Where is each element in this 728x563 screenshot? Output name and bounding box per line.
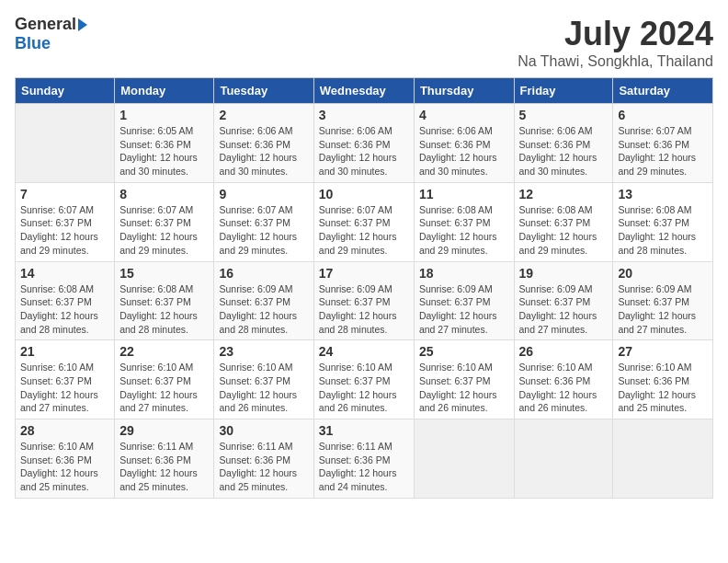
calendar-cell: 1Sunrise: 6:05 AM Sunset: 6:36 PM Daylig… xyxy=(115,104,214,183)
day-number: 18 xyxy=(419,266,509,281)
day-detail: Sunrise: 6:05 AM Sunset: 6:36 PM Dayligh… xyxy=(119,124,209,178)
day-detail: Sunrise: 6:06 AM Sunset: 6:36 PM Dayligh… xyxy=(219,124,308,178)
calendar-cell: 30Sunrise: 6:11 AM Sunset: 6:36 PM Dayli… xyxy=(214,419,313,499)
day-detail: Sunrise: 6:10 AM Sunset: 6:36 PM Dayligh… xyxy=(519,361,609,415)
calendar-cell: 9Sunrise: 6:07 AM Sunset: 6:37 PM Daylig… xyxy=(214,182,313,261)
calendar-cell: 5Sunrise: 6:06 AM Sunset: 6:36 PM Daylig… xyxy=(514,104,613,183)
logo-blue-text: Blue xyxy=(15,34,51,53)
calendar-cell: 10Sunrise: 6:07 AM Sunset: 6:37 PM Dayli… xyxy=(313,182,414,261)
weekday-header-sunday: Sunday xyxy=(16,78,115,104)
calendar-cell: 23Sunrise: 6:10 AM Sunset: 6:37 PM Dayli… xyxy=(214,340,313,419)
calendar-cell: 17Sunrise: 6:09 AM Sunset: 6:37 PM Dayli… xyxy=(313,261,414,340)
title-area: July 2024 Na Thawi, Songkhla, Thailand xyxy=(518,15,713,70)
calendar-cell: 7Sunrise: 6:07 AM Sunset: 6:37 PM Daylig… xyxy=(16,182,115,261)
logo-triangle-icon xyxy=(78,18,87,31)
calendar-body: 1Sunrise: 6:05 AM Sunset: 6:36 PM Daylig… xyxy=(16,104,713,499)
calendar-cell: 8Sunrise: 6:07 AM Sunset: 6:37 PM Daylig… xyxy=(115,182,214,261)
calendar-cell xyxy=(414,419,514,499)
calendar-cell: 18Sunrise: 6:09 AM Sunset: 6:37 PM Dayli… xyxy=(414,261,514,340)
header: General Blue July 2024 Na Thawi, Songkhl… xyxy=(15,15,713,70)
day-detail: Sunrise: 6:09 AM Sunset: 6:37 PM Dayligh… xyxy=(419,282,509,337)
day-number: 20 xyxy=(618,266,708,281)
day-number: 8 xyxy=(119,187,209,201)
day-number: 2 xyxy=(219,108,308,122)
day-detail: Sunrise: 6:11 AM Sunset: 6:36 PM Dayligh… xyxy=(119,440,209,494)
day-number: 7 xyxy=(20,187,109,201)
calendar-cell xyxy=(613,419,713,499)
day-number: 29 xyxy=(119,423,209,438)
day-number: 6 xyxy=(618,108,708,122)
day-detail: Sunrise: 6:10 AM Sunset: 6:36 PM Dayligh… xyxy=(618,361,708,415)
calendar-cell: 6Sunrise: 6:07 AM Sunset: 6:36 PM Daylig… xyxy=(613,104,713,183)
day-detail: Sunrise: 6:06 AM Sunset: 6:36 PM Dayligh… xyxy=(319,124,409,178)
calendar-cell: 22Sunrise: 6:10 AM Sunset: 6:37 PM Dayli… xyxy=(115,340,214,419)
weekday-header-wednesday: Wednesday xyxy=(313,78,414,104)
calendar-cell: 25Sunrise: 6:10 AM Sunset: 6:37 PM Dayli… xyxy=(414,340,514,419)
day-detail: Sunrise: 6:07 AM Sunset: 6:37 PM Dayligh… xyxy=(119,203,209,258)
calendar-cell: 31Sunrise: 6:11 AM Sunset: 6:36 PM Dayli… xyxy=(313,419,414,499)
weekday-header-saturday: Saturday xyxy=(613,78,713,104)
calendar-title: July 2024 xyxy=(518,15,713,53)
calendar-week-4: 21Sunrise: 6:10 AM Sunset: 6:37 PM Dayli… xyxy=(16,340,713,419)
day-detail: Sunrise: 6:06 AM Sunset: 6:36 PM Dayligh… xyxy=(519,124,609,178)
day-number: 5 xyxy=(519,108,609,122)
weekday-header-row: SundayMondayTuesdayWednesdayThursdayFrid… xyxy=(16,78,713,104)
day-number: 31 xyxy=(319,423,409,438)
calendar-week-5: 28Sunrise: 6:10 AM Sunset: 6:36 PM Dayli… xyxy=(16,419,713,499)
day-detail: Sunrise: 6:09 AM Sunset: 6:37 PM Dayligh… xyxy=(219,282,308,337)
calendar-cell: 19Sunrise: 6:09 AM Sunset: 6:37 PM Dayli… xyxy=(514,261,613,340)
day-detail: Sunrise: 6:07 AM Sunset: 6:37 PM Dayligh… xyxy=(20,203,109,258)
calendar-cell: 13Sunrise: 6:08 AM Sunset: 6:37 PM Dayli… xyxy=(613,182,713,261)
day-number: 10 xyxy=(319,187,409,201)
calendar-cell: 27Sunrise: 6:10 AM Sunset: 6:36 PM Dayli… xyxy=(613,340,713,419)
calendar-cell: 28Sunrise: 6:10 AM Sunset: 6:36 PM Dayli… xyxy=(16,419,115,499)
calendar-cell: 12Sunrise: 6:08 AM Sunset: 6:37 PM Dayli… xyxy=(514,182,613,261)
day-detail: Sunrise: 6:11 AM Sunset: 6:36 PM Dayligh… xyxy=(219,440,308,494)
day-number: 9 xyxy=(219,187,308,201)
day-detail: Sunrise: 6:08 AM Sunset: 6:37 PM Dayligh… xyxy=(119,282,209,337)
day-number: 19 xyxy=(519,266,609,281)
day-detail: Sunrise: 6:09 AM Sunset: 6:37 PM Dayligh… xyxy=(519,282,609,337)
weekday-header-tuesday: Tuesday xyxy=(214,78,313,104)
day-number: 13 xyxy=(618,187,708,201)
day-number: 17 xyxy=(319,266,409,281)
calendar-cell xyxy=(514,419,613,499)
day-number: 26 xyxy=(519,344,609,359)
day-detail: Sunrise: 6:11 AM Sunset: 6:36 PM Dayligh… xyxy=(319,440,409,494)
day-detail: Sunrise: 6:10 AM Sunset: 6:37 PM Dayligh… xyxy=(319,361,409,415)
day-detail: Sunrise: 6:08 AM Sunset: 6:37 PM Dayligh… xyxy=(20,282,109,337)
logo-general-text: General xyxy=(15,15,76,34)
day-number: 30 xyxy=(219,423,308,438)
day-detail: Sunrise: 6:09 AM Sunset: 6:37 PM Dayligh… xyxy=(618,282,708,337)
calendar-cell: 3Sunrise: 6:06 AM Sunset: 6:36 PM Daylig… xyxy=(313,104,414,183)
day-detail: Sunrise: 6:10 AM Sunset: 6:37 PM Dayligh… xyxy=(119,361,209,415)
day-detail: Sunrise: 6:07 AM Sunset: 6:37 PM Dayligh… xyxy=(319,203,409,258)
calendar-cell: 26Sunrise: 6:10 AM Sunset: 6:36 PM Dayli… xyxy=(514,340,613,419)
day-number: 23 xyxy=(219,344,308,359)
calendar-cell: 24Sunrise: 6:10 AM Sunset: 6:37 PM Dayli… xyxy=(313,340,414,419)
calendar-cell: 16Sunrise: 6:09 AM Sunset: 6:37 PM Dayli… xyxy=(214,261,313,340)
calendar-week-1: 1Sunrise: 6:05 AM Sunset: 6:36 PM Daylig… xyxy=(16,104,713,183)
day-detail: Sunrise: 6:07 AM Sunset: 6:37 PM Dayligh… xyxy=(219,203,308,258)
day-number: 21 xyxy=(20,344,109,359)
day-number: 1 xyxy=(119,108,209,122)
calendar-header: SundayMondayTuesdayWednesdayThursdayFrid… xyxy=(16,78,713,104)
calendar-cell: 4Sunrise: 6:06 AM Sunset: 6:36 PM Daylig… xyxy=(414,104,514,183)
calendar-week-3: 14Sunrise: 6:08 AM Sunset: 6:37 PM Dayli… xyxy=(16,261,713,340)
day-number: 16 xyxy=(219,266,308,281)
day-detail: Sunrise: 6:08 AM Sunset: 6:37 PM Dayligh… xyxy=(519,203,609,258)
calendar-cell: 2Sunrise: 6:06 AM Sunset: 6:36 PM Daylig… xyxy=(214,104,313,183)
day-detail: Sunrise: 6:08 AM Sunset: 6:37 PM Dayligh… xyxy=(419,203,509,258)
calendar-cell: 15Sunrise: 6:08 AM Sunset: 6:37 PM Dayli… xyxy=(115,261,214,340)
day-number: 25 xyxy=(419,344,509,359)
day-detail: Sunrise: 6:10 AM Sunset: 6:37 PM Dayligh… xyxy=(419,361,509,415)
day-detail: Sunrise: 6:10 AM Sunset: 6:37 PM Dayligh… xyxy=(219,361,308,415)
weekday-header-monday: Monday xyxy=(115,78,214,104)
day-number: 3 xyxy=(319,108,409,122)
day-number: 22 xyxy=(119,344,209,359)
day-detail: Sunrise: 6:10 AM Sunset: 6:36 PM Dayligh… xyxy=(20,440,109,494)
day-number: 27 xyxy=(618,344,708,359)
calendar-cell: 14Sunrise: 6:08 AM Sunset: 6:37 PM Dayli… xyxy=(16,261,115,340)
calendar-cell: 29Sunrise: 6:11 AM Sunset: 6:36 PM Dayli… xyxy=(115,419,214,499)
day-detail: Sunrise: 6:08 AM Sunset: 6:37 PM Dayligh… xyxy=(618,203,708,258)
